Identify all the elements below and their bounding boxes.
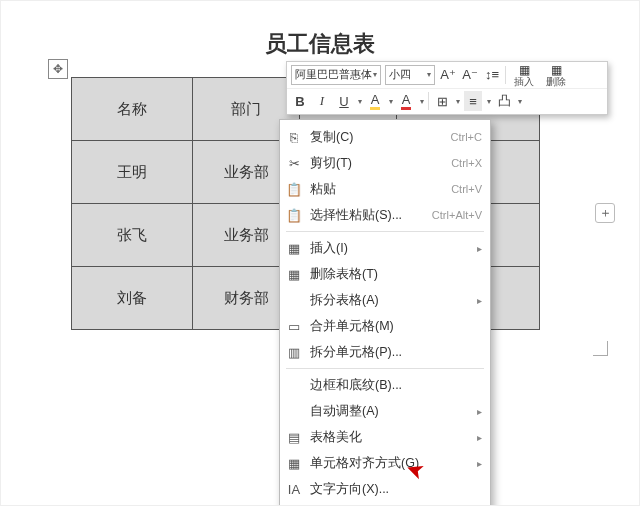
table-move-handle[interactable]: ✥ <box>48 59 68 79</box>
mini-toolbar: 阿里巴巴普惠体 ▾ 小四 ▾ A⁺ A⁻ ↕≡ ▦ 插入 ▦ 删除 B I U … <box>286 61 608 115</box>
menu-shortcut: Ctrl+C <box>451 131 482 143</box>
decrease-font-button[interactable]: A⁻ <box>461 65 479 85</box>
menu-item[interactable]: ▭合并单元格(M) <box>280 313 490 339</box>
menu-item[interactable]: 📋粘贴Ctrl+V <box>280 176 490 202</box>
menu-item-label: 复制(C) <box>310 129 443 146</box>
separator <box>505 66 506 84</box>
chevron-down-icon[interactable]: ▾ <box>487 97 491 106</box>
menu-item[interactable]: ▦单元格对齐方式(G)▸ <box>280 450 490 476</box>
table-cell[interactable]: 张飞 <box>72 204 193 267</box>
menu-item[interactable]: ▥拆分单元格(P)... <box>280 339 490 365</box>
blank-icon <box>286 377 302 393</box>
increase-font-button[interactable]: A⁺ <box>439 65 457 85</box>
align-icon: ▦ <box>286 455 302 471</box>
chevron-down-icon: ▾ <box>427 70 431 79</box>
menu-item-label: 表格美化 <box>310 429 469 446</box>
font-size-value: 小四 <box>389 67 411 82</box>
menu-item[interactable]: ▭题注(Z)... <box>280 502 490 506</box>
menu-item[interactable]: IA文字方向(X)... <box>280 476 490 502</box>
grid-icon: ▦ <box>519 63 530 77</box>
menu-shortcut: Ctrl+X <box>451 157 482 169</box>
split-icon: ▥ <box>286 344 302 360</box>
border-button[interactable]: ⊞ <box>433 91 451 111</box>
add-column-button[interactable]: ＋ <box>595 203 615 223</box>
grid-icon: ▦ <box>551 63 562 77</box>
insert-icon: ▦ <box>286 240 302 256</box>
chevron-down-icon[interactable]: ▾ <box>420 97 424 106</box>
italic-button[interactable]: I <box>313 91 331 111</box>
font-family-select[interactable]: 阿里巴巴普惠体 ▾ <box>291 65 381 85</box>
menu-item-label: 自动调整(A) <box>310 403 469 420</box>
beautify-icon: ▤ <box>286 429 302 445</box>
blank-icon <box>286 292 302 308</box>
highlight-icon: A <box>370 92 381 110</box>
delete-menu-button[interactable]: ▦ 删除 <box>542 63 570 87</box>
separator <box>428 92 429 110</box>
bold-button[interactable]: B <box>291 91 309 111</box>
chevron-down-icon[interactable]: ▾ <box>456 97 460 106</box>
paste-icon: 📋 <box>286 181 302 197</box>
submenu-arrow-icon: ▸ <box>477 406 482 417</box>
cut-icon: ✂ <box>286 155 302 171</box>
paste-special-icon: 📋 <box>286 207 302 223</box>
menu-separator <box>286 231 484 232</box>
shading-button[interactable]: 凸 <box>495 91 513 111</box>
table-cell[interactable]: 刘备 <box>72 267 193 330</box>
menu-shortcut: Ctrl+Alt+V <box>432 209 482 221</box>
copy-icon: ⎘ <box>286 129 302 145</box>
menu-item[interactable]: ▦插入(I)▸ <box>280 235 490 261</box>
menu-item[interactable]: 自动调整(A)▸ <box>280 398 490 424</box>
menu-item[interactable]: ▤表格美化▸ <box>280 424 490 450</box>
table-cell[interactable]: 王明 <box>72 141 193 204</box>
textdir-icon: IA <box>286 481 302 497</box>
menu-item-label: 选择性粘贴(S)... <box>310 207 424 224</box>
highlight-button[interactable]: A <box>366 91 384 111</box>
chevron-down-icon: ▾ <box>373 70 377 79</box>
chevron-down-icon[interactable]: ▾ <box>389 97 393 106</box>
menu-item[interactable]: ⎘复制(C)Ctrl+C <box>280 124 490 150</box>
chevron-down-icon[interactable]: ▾ <box>518 97 522 106</box>
menu-item-label: 单元格对齐方式(G) <box>310 455 469 472</box>
blank-icon <box>286 403 302 419</box>
font-family-value: 阿里巴巴普惠体 <box>295 67 372 82</box>
table-resize-handle[interactable] <box>593 341 608 356</box>
menu-item-label: 合并单元格(M) <box>310 318 482 335</box>
submenu-arrow-icon: ▸ <box>477 295 482 306</box>
align-button[interactable]: ≡ <box>464 91 482 111</box>
delete-label: 删除 <box>546 77 566 87</box>
menu-item-label: 边框和底纹(B)... <box>310 377 482 394</box>
insert-label: 插入 <box>514 77 534 87</box>
insert-menu-button[interactable]: ▦ 插入 <box>510 63 538 87</box>
submenu-arrow-icon: ▸ <box>477 432 482 443</box>
menu-item-label: 删除表格(T) <box>310 266 482 283</box>
table-cell[interactable]: 名称 <box>72 78 193 141</box>
menu-item[interactable]: ✂剪切(T)Ctrl+X <box>280 150 490 176</box>
del-table-icon: ▦ <box>286 266 302 282</box>
menu-shortcut: Ctrl+V <box>451 183 482 195</box>
font-color-button[interactable]: A <box>397 91 415 111</box>
submenu-arrow-icon: ▸ <box>477 458 482 469</box>
page-title: 员工信息表 <box>1 29 639 59</box>
menu-item[interactable]: 📋选择性粘贴(S)...Ctrl+Alt+V <box>280 202 490 228</box>
menu-item-label: 文字方向(X)... <box>310 481 482 498</box>
menu-item[interactable]: 拆分表格(A)▸ <box>280 287 490 313</box>
menu-item-label: 粘贴 <box>310 181 443 198</box>
menu-item-label: 剪切(T) <box>310 155 443 172</box>
font-size-select[interactable]: 小四 ▾ <box>385 65 435 85</box>
context-menu: ⎘复制(C)Ctrl+C✂剪切(T)Ctrl+X📋粘贴Ctrl+V📋选择性粘贴(… <box>279 119 491 506</box>
font-color-icon: A <box>401 92 412 110</box>
menu-item[interactable]: 边框和底纹(B)... <box>280 372 490 398</box>
menu-item-label: 拆分单元格(P)... <box>310 344 482 361</box>
menu-item-label: 拆分表格(A) <box>310 292 469 309</box>
line-spacing-button[interactable]: ↕≡ <box>483 65 501 85</box>
menu-item[interactable]: ▦删除表格(T) <box>280 261 490 287</box>
chevron-down-icon[interactable]: ▾ <box>358 97 362 106</box>
underline-button[interactable]: U <box>335 91 353 111</box>
merge-icon: ▭ <box>286 318 302 334</box>
menu-separator <box>286 368 484 369</box>
menu-item-label: 插入(I) <box>310 240 469 257</box>
submenu-arrow-icon: ▸ <box>477 243 482 254</box>
